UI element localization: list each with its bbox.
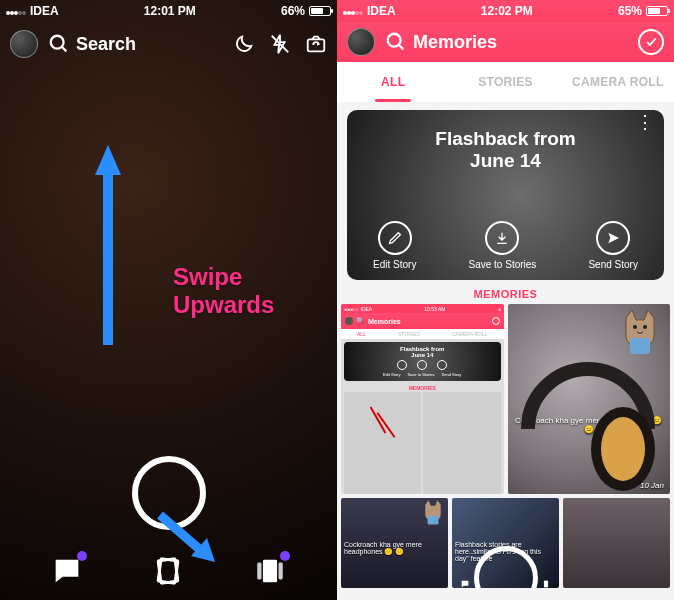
memories-grid-row2: Cockroach kha gye mere headphones 😑 😑 Fl…: [337, 494, 674, 588]
battery-pct: 65%: [618, 4, 642, 18]
memories-screen: IDEA 12:02 PM 65% Memories ALL STORIES C…: [337, 0, 674, 600]
svg-rect-6: [263, 560, 277, 583]
pencil-icon: [387, 230, 403, 246]
tab-camera-roll[interactable]: CAMERA ROLL: [562, 62, 674, 102]
edit-story-button[interactable]: Edit Story: [373, 221, 416, 270]
memory-thumbnail[interactable]: [563, 498, 670, 588]
tab-stories[interactable]: STORIES: [449, 62, 561, 102]
search-icon: [385, 31, 407, 53]
svg-line-10: [399, 45, 404, 50]
night-mode-icon[interactable]: [233, 33, 255, 55]
annotation-text: Swipe Upwards: [173, 263, 274, 318]
svg-rect-16: [428, 516, 439, 525]
carrier-label: IDEA: [30, 4, 59, 18]
flip-camera-icon[interactable]: [305, 33, 327, 55]
search-icon: [48, 33, 70, 55]
camera-top-bar: Search: [0, 22, 337, 66]
tab-all[interactable]: ALL: [337, 62, 449, 102]
memories-search-button[interactable]: Memories: [385, 31, 628, 53]
search-label: Search: [76, 34, 136, 55]
svg-rect-7: [257, 563, 261, 580]
carrier-label: IDEA: [367, 4, 396, 18]
mini-preview: ●●●○○ IDEA10:53 AM◂ 🔍Memories ALL STORIE…: [341, 304, 504, 494]
flashback-card[interactable]: ⋮ Flashback from June 14 Edit Story Save…: [347, 110, 664, 280]
status-bar: IDEA 12:01 PM 66%: [0, 0, 337, 22]
battery-icon: [309, 6, 331, 16]
save-to-stories-button[interactable]: Save to Stories: [469, 221, 537, 270]
svg-rect-3: [308, 39, 325, 51]
memory-thumbnail[interactable]: Cockroach kha gye mere headphones 😑 😑: [341, 498, 448, 588]
svg-point-13: [643, 325, 647, 329]
svg-rect-17: [544, 581, 548, 588]
bottom-nav: [0, 554, 337, 588]
memories-top-bar: Memories: [337, 22, 674, 62]
headphone-icon: [508, 339, 668, 494]
signal-icon: [343, 4, 363, 18]
camera-screen: IDEA 12:01 PM 66% Search Swipe Upwards: [0, 0, 337, 600]
cat-sticker-icon: [422, 500, 444, 526]
more-icon[interactable]: ⋮: [636, 118, 654, 127]
chat-notification-dot: [77, 551, 87, 561]
send-icon: [605, 230, 621, 246]
memory-thumbnail[interactable]: ●●●○○ IDEA10:53 AM◂ 🔍Memories ALL STORIE…: [341, 304, 504, 494]
select-button[interactable]: [638, 29, 664, 55]
svg-point-15: [601, 417, 645, 481]
download-icon: [494, 230, 510, 246]
svg-point-0: [51, 36, 64, 49]
stories-nav-button: [541, 575, 551, 585]
profile-avatar[interactable]: [347, 28, 375, 56]
check-icon: [644, 35, 658, 49]
memories-grid: ●●●○○ IDEA10:53 AM◂ 🔍Memories ALL STORIE…: [337, 304, 674, 494]
memory-thumbnail[interactable]: Flashback stories are here..similar to F…: [452, 498, 559, 588]
svg-line-1: [62, 47, 67, 52]
memory-thumbnail[interactable]: Cockroach kha gye mere headphones 😑 😑 10…: [508, 304, 671, 494]
chat-nav-button[interactable]: [50, 554, 84, 588]
search-label: Memories: [413, 32, 497, 53]
send-story-button[interactable]: Send Story: [588, 221, 637, 270]
signal-icon: [6, 4, 26, 18]
stories-notification-dot: [280, 551, 290, 561]
battery-icon: [646, 6, 668, 16]
stories-nav-button[interactable]: [253, 554, 287, 588]
svg-point-9: [388, 34, 401, 47]
annotation-arrow-up: [95, 145, 121, 345]
svg-rect-8: [279, 563, 283, 580]
svg-point-12: [633, 325, 637, 329]
clock: 12:01 PM: [144, 4, 196, 18]
flashback-title: Flashback from June 14: [347, 110, 664, 172]
date-label: 10 Jan: [640, 481, 664, 490]
clock: 12:02 PM: [481, 4, 533, 18]
memories-tabs: ALL STORIES CAMERA ROLL: [337, 62, 674, 102]
flash-off-icon[interactable]: [269, 33, 291, 55]
search-button[interactable]: Search: [48, 33, 223, 55]
chat-nav-button: [460, 575, 470, 585]
memories-nav-button[interactable]: [151, 554, 185, 588]
snap-caption: Cockroach kha gye mere headphones 😑 😑: [341, 539, 448, 558]
status-bar: IDEA 12:02 PM 65%: [337, 0, 674, 22]
profile-avatar[interactable]: [10, 30, 38, 58]
memories-section-header: MEMORIES: [337, 288, 674, 300]
battery-pct: 66%: [281, 4, 305, 18]
